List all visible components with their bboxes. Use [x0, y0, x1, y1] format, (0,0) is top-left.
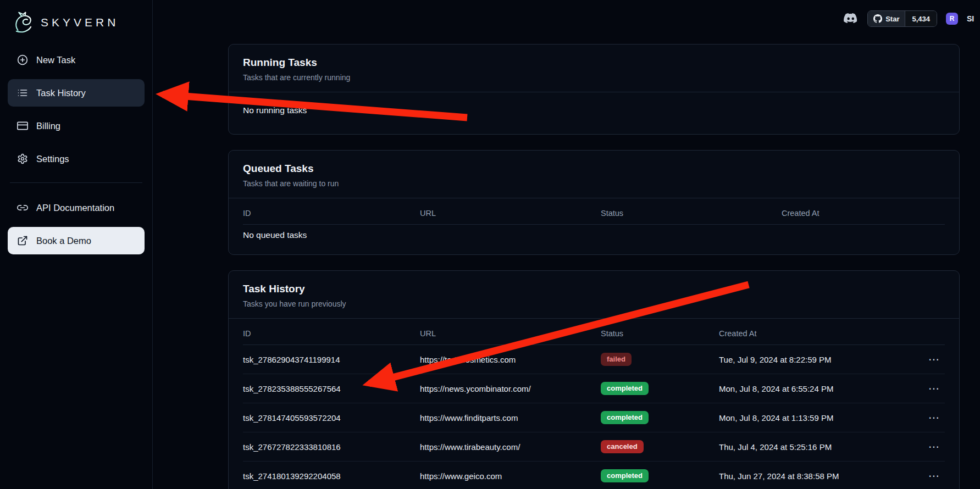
running-tasks-card: Running Tasks Tasks that are currently r…	[228, 44, 960, 135]
task-url: https://www.tirabeauty.com/	[420, 442, 601, 452]
nav-label-book-a-demo: Book a Demo	[36, 236, 91, 246]
task-history-table: ID URL Status Created At tsk_27862904374…	[229, 319, 959, 489]
sidebar-item-settings[interactable]: Settings	[8, 145, 145, 173]
column-header-url: URL	[420, 209, 601, 218]
logo-text: SKYVERN	[41, 16, 119, 29]
column-header-status: Status	[601, 329, 719, 338]
task-id: tsk_276727822333810816	[243, 442, 420, 452]
row-actions-button[interactable]	[924, 353, 944, 366]
running-tasks-empty: No running tasks	[243, 96, 945, 126]
status-badge: completed	[601, 469, 649, 482]
gear-icon	[16, 153, 29, 165]
sidebar-item-book-a-demo[interactable]: Book a Demo	[8, 227, 145, 254]
status-badge: canceled	[601, 440, 644, 453]
status-badge: failed	[601, 353, 632, 366]
column-header-status: Status	[601, 209, 782, 218]
sidebar-item-new-task[interactable]: New Task	[8, 46, 145, 74]
task-created-at: Thu, Jun 27, 2024 at 8:38:58 PM	[719, 471, 918, 481]
sidebar-item-api-documentation[interactable]: API Documentation	[8, 194, 145, 221]
task-url: https://news.ycombinator.com/	[420, 384, 601, 393]
task-id: tsk_278147405593572204	[243, 413, 420, 423]
task-status-cell: completed	[601, 469, 719, 482]
task-id: tsk_274180139292204058	[243, 471, 420, 481]
task-actions-cell	[924, 440, 945, 453]
column-header-url: URL	[420, 329, 601, 338]
list-icon	[16, 87, 29, 99]
task-status-cell: completed	[601, 382, 719, 395]
nav-label-api-documentation: API Documentation	[36, 203, 114, 213]
link-icon	[16, 202, 29, 214]
task-status-cell: failed	[601, 353, 719, 366]
running-tasks-header: Running Tasks Tasks that are currently r…	[229, 45, 959, 92]
row-actions-button[interactable]	[924, 440, 944, 453]
queued-tasks-subtitle: Tasks that are waiting to run	[243, 179, 945, 188]
queued-table-header: ID URL Status Created At	[243, 202, 945, 225]
nav-label-task-history: Task History	[36, 88, 86, 98]
status-badge: completed	[601, 382, 649, 395]
main-content: Running Tasks Tasks that are currently r…	[153, 0, 980, 489]
task-history-rows: tsk_278629043741199914 https://tartecosm…	[243, 345, 945, 489]
column-header-created-at: Created At	[782, 209, 945, 218]
table-row[interactable]: tsk_278629043741199914 https://tartecosm…	[243, 345, 945, 374]
plus-circle-icon	[16, 54, 29, 66]
github-icon	[873, 14, 882, 23]
column-header-created-at: Created At	[719, 329, 918, 338]
running-tasks-subtitle: Tasks that are currently running	[243, 73, 945, 82]
task-actions-cell	[924, 411, 945, 424]
task-created-at: Tue, Jul 9, 2024 at 8:22:59 PM	[719, 355, 918, 364]
queued-tasks-card: Queued Tasks Tasks that are waiting to r…	[228, 150, 960, 255]
nav-label-new-task: New Task	[36, 55, 75, 65]
github-star-label: Star	[885, 15, 899, 23]
status-badge: completed	[601, 411, 649, 424]
sidebar-divider	[10, 182, 142, 183]
skyvern-logo[interactable]: SKYVERN	[8, 8, 145, 37]
credit-card-icon	[16, 120, 29, 132]
task-created-at: Mon, Jul 8, 2024 at 1:13:59 PM	[719, 413, 918, 423]
task-url: https://tartecosmetics.com	[420, 355, 601, 364]
task-status-cell: completed	[601, 411, 719, 424]
avatar[interactable]: R	[946, 13, 958, 25]
column-header-id: ID	[243, 209, 420, 218]
sidebar: SKYVERN New Task Task History	[0, 0, 153, 489]
running-tasks-body: No running tasks	[229, 92, 959, 134]
external-link-icon	[16, 235, 29, 247]
discord-icon[interactable]	[842, 12, 859, 26]
skyvern-dragon-icon	[12, 11, 35, 34]
history-table-header: ID URL Status Created At	[243, 322, 945, 345]
task-history-card: Task History Tasks you have run previous…	[228, 270, 960, 489]
task-history-header: Task History Tasks you have run previous…	[229, 271, 959, 319]
queued-tasks-header: Queued Tasks Tasks that are waiting to r…	[229, 151, 959, 198]
task-id: tsk_278629043741199914	[243, 355, 420, 364]
table-row[interactable]: tsk_278235388555267564 https://news.ycom…	[243, 374, 945, 403]
task-url: https://www.geico.com	[420, 471, 601, 481]
table-row[interactable]: tsk_274180139292204058 https://www.geico…	[243, 462, 945, 489]
task-url: https://www.finditparts.com	[420, 413, 601, 423]
github-star-count[interactable]: 5,434	[905, 11, 937, 26]
task-history-title: Task History	[243, 283, 945, 295]
sidebar-item-billing[interactable]: Billing	[8, 112, 145, 140]
topbar: Star 5,434 R SI	[153, 0, 980, 37]
sidebar-nav: New Task Task History Billing	[8, 46, 145, 254]
sidebar-item-task-history[interactable]: Task History	[8, 79, 145, 107]
task-created-at: Thu, Jul 4, 2024 at 5:25:16 PM	[719, 442, 918, 452]
nav-label-settings: Settings	[36, 154, 69, 164]
running-tasks-title: Running Tasks	[243, 57, 945, 69]
task-created-at: Mon, Jul 8, 2024 at 6:55:24 PM	[719, 384, 918, 393]
task-actions-cell	[924, 469, 945, 482]
column-header-id: ID	[243, 329, 420, 338]
queued-tasks-table: ID URL Status Created At No queued tasks	[229, 198, 959, 254]
queued-tasks-empty: No queued tasks	[243, 225, 945, 247]
row-actions-button[interactable]	[924, 411, 944, 424]
username-partial: SI	[967, 14, 976, 23]
table-row[interactable]: tsk_276727822333810816 https://www.tirab…	[243, 432, 945, 462]
table-row[interactable]: tsk_278147405593572204 https://www.findi…	[243, 403, 945, 432]
row-actions-button[interactable]	[924, 382, 944, 395]
task-actions-cell	[924, 382, 945, 395]
github-star-widget[interactable]: Star 5,434	[867, 10, 937, 27]
github-star-button[interactable]: Star	[868, 11, 905, 26]
task-id: tsk_278235388555267564	[243, 384, 420, 393]
nav-label-billing: Billing	[36, 121, 60, 131]
row-actions-button[interactable]	[924, 469, 944, 482]
task-history-subtitle: Tasks you have run previously	[243, 299, 945, 308]
task-actions-cell	[924, 353, 945, 366]
